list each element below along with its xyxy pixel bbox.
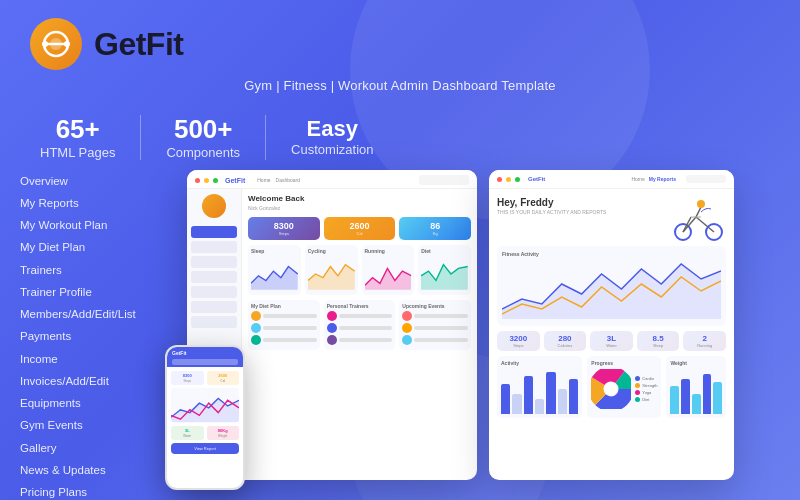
quick-stat-water-num: 3L — [594, 334, 629, 343]
progress-chart-title: Progress — [591, 360, 657, 366]
mobile-stat-1: 8300Steps — [171, 371, 204, 385]
weight-chart-title: Weight — [670, 360, 722, 366]
nav-payments[interactable]: Payments — [20, 326, 175, 348]
mobile-stat-row-1: 8300Steps 2600Cal — [171, 371, 239, 385]
quick-stat-sleep-num: 8.5 — [641, 334, 676, 343]
quick-stat-running-num: 2 — [687, 334, 722, 343]
quick-stat-water: 3L Water — [590, 331, 633, 351]
mockup-sidebar-item-3 — [191, 271, 237, 283]
svg-point-14 — [697, 200, 705, 208]
right-header-row: Hey, Freddy THIS IS YOUR DAILY ACTIVITY … — [497, 197, 726, 242]
mobile-stat-4: 86KgWeight — [207, 426, 240, 440]
right-greeting: Hey, Freddy — [497, 197, 606, 208]
mockup-sidebar-item-5 — [191, 301, 237, 313]
mockup-sidebar-item-2 — [191, 256, 237, 268]
window-close-dot — [195, 178, 200, 183]
right-mockup-header: GetFit Home My Reports — [489, 170, 734, 189]
event-avatar-3 — [402, 335, 412, 345]
mockup-charts-row: Sleep Cycling Runnin — [248, 245, 471, 295]
weight-bar-1 — [670, 386, 679, 414]
bar-6 — [558, 389, 567, 414]
mockup-chart-cycling: Cycling — [305, 245, 358, 295]
dashboard-mockup-right: GetFit Home My Reports Hey, Freddy THIS … — [489, 170, 734, 480]
cycling-chart-svg — [308, 256, 355, 291]
nav-members[interactable]: Members/Add/Edit/List — [20, 304, 175, 326]
window-maximize-dot — [213, 178, 218, 183]
right-date: THIS IS YOUR DAILY ACTIVITY AND REPORTS — [497, 209, 606, 215]
nav-gym-events[interactable]: Gym Events — [20, 415, 175, 437]
app-logo — [30, 18, 82, 70]
mobile-stat-2: 2600Cal — [207, 371, 240, 385]
pages-number: 65+ — [40, 114, 115, 145]
bar-2 — [512, 394, 521, 414]
nav-equipments[interactable]: Equipments — [20, 393, 175, 415]
nav-my-reports[interactable]: My Reports — [20, 192, 175, 214]
legend-label-1: Cardio — [642, 376, 654, 381]
event-text-2 — [414, 326, 468, 330]
nav-diet-plan[interactable]: My Diet Plan — [20, 237, 175, 259]
mockup-stat-num-3: 86 — [430, 221, 440, 231]
mockup-nav-home: Home — [257, 177, 270, 183]
big-chart-title: Fitness Activity — [502, 251, 721, 257]
nav-income[interactable]: Income — [20, 348, 175, 370]
easy-subtitle: Customization — [291, 142, 373, 157]
nav-workout-plan[interactable]: My Workout Plan — [20, 215, 175, 237]
nav-trainers[interactable]: Trainers — [20, 259, 175, 281]
mockup-stat-card-2: 2600 Cal — [324, 217, 396, 240]
nav-trainer-profile[interactable]: Trainer Profile — [20, 281, 175, 303]
trainer-avatar-3 — [327, 335, 337, 345]
nav-gallery[interactable]: Gallery — [20, 437, 175, 459]
mockup-table-trainers-title: Personal Trainers — [327, 303, 393, 309]
weight-chart: Weight — [666, 356, 726, 418]
mockup-chart-sleep: Sleep — [248, 245, 301, 295]
mockup-stat-lbl-2: Cal — [357, 231, 363, 236]
weight-bar-2 — [681, 379, 690, 414]
weight-bar-4 — [703, 374, 712, 414]
bar-3 — [524, 376, 533, 414]
activity-chart-title: Activity — [501, 360, 578, 366]
quick-stat-water-lbl: Water — [594, 343, 629, 348]
svg-marker-5 — [251, 266, 298, 289]
nav-overview[interactable]: Overview — [20, 170, 175, 192]
bar-4 — [535, 399, 544, 414]
mockup-table-events-title: Upcoming Events — [402, 303, 468, 309]
mockup-table-diet-row-3 — [251, 335, 317, 345]
mockup-chart-sleep-title: Sleep — [251, 248, 298, 254]
mockup-sidebar-item-6 — [191, 316, 237, 328]
legend-item-4: Diet — [635, 397, 657, 402]
mockup-nav: Home Dashboard — [257, 177, 300, 183]
right-greeting-block: Hey, Freddy THIS IS YOUR DAILY ACTIVITY … — [497, 197, 606, 221]
quick-stat-steps: 3200 Steps — [497, 331, 540, 351]
mobile-header: GetFit — [167, 347, 243, 367]
legend-label-2: Strength — [642, 383, 657, 388]
legend-label-3: Yoga — [642, 390, 651, 395]
nav-news-updates[interactable]: News & Updates — [20, 459, 175, 481]
nav-pricing-plans[interactable]: Pricing Plans — [20, 482, 175, 500]
quick-stat-calories-num: 280 — [548, 334, 583, 343]
trainer-text-1 — [339, 314, 393, 318]
mockup-stat-card-3: 86 Kg — [399, 217, 471, 240]
mobile-nav-bar — [172, 359, 238, 365]
weight-bar-chart — [670, 369, 722, 414]
mockup-table-trainer-row-3 — [327, 335, 393, 345]
mobile-view-btn[interactable]: View Report — [171, 443, 239, 454]
legend-item-2: Strength — [635, 383, 657, 388]
diet-chart-svg — [421, 256, 468, 291]
mockup-stat-num-2: 2600 — [349, 221, 369, 231]
mobile-logo: GetFit — [172, 350, 238, 356]
running-chart-svg — [365, 256, 412, 291]
activity-chart: Activity — [497, 356, 582, 418]
window-minimize-dot — [204, 178, 209, 183]
mockup-nav-dashboard: Dashboard — [276, 177, 300, 183]
mockup-table-events: Upcoming Events — [399, 300, 471, 350]
mockup-stat-num-1: 8300 — [274, 221, 294, 231]
mockup-table-trainer-row-1 — [327, 311, 393, 321]
svg-line-13 — [696, 207, 701, 217]
mobile-chart — [171, 388, 239, 423]
mockup-chart-diet: Diet — [418, 245, 471, 295]
mockup-table-event-row-3 — [402, 335, 468, 345]
mockup-chart-running: Running — [362, 245, 415, 295]
right-close-dot — [497, 177, 502, 182]
mockup-sidebar-item-4 — [191, 286, 237, 298]
nav-invoices[interactable]: Invoices/Add/Edit — [20, 370, 175, 392]
